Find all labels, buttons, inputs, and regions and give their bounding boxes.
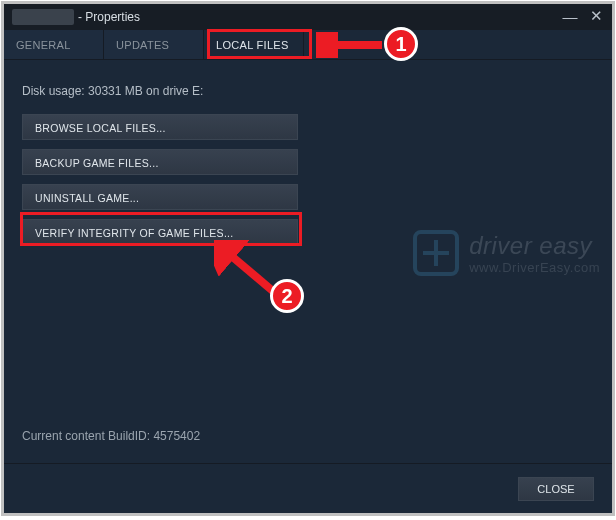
watermark-logo-icon	[413, 230, 459, 276]
watermark-brand: driver easy	[469, 232, 600, 260]
tab-bar: GENERAL UPDATES LOCAL FILES	[4, 30, 612, 60]
close-window-button[interactable]: ✕	[586, 6, 606, 26]
minimize-button[interactable]: —	[560, 6, 580, 26]
watermark: driver easy www.DriverEasy.com	[413, 230, 600, 276]
watermark-url: www.DriverEasy.com	[469, 260, 600, 275]
tab-updates[interactable]: UPDATES	[104, 30, 204, 59]
verify-integrity-button[interactable]: VERIFY INTEGRITY OF GAME FILES...	[22, 219, 298, 245]
uninstall-game-button[interactable]: UNINSTALL GAME...	[22, 184, 298, 210]
build-id-label: Current content BuildID: 4575402	[22, 429, 200, 443]
properties-window: - Properties — ✕ GENERAL UPDATES LOCAL F…	[1, 1, 615, 516]
close-button[interactable]: CLOSE	[518, 477, 594, 501]
window-title: - Properties	[78, 10, 140, 24]
game-name-redacted	[12, 9, 74, 25]
content-area: Disk usage: 30331 MB on drive E: BROWSE …	[4, 60, 612, 463]
backup-game-files-button[interactable]: BACKUP GAME FILES...	[22, 149, 298, 175]
browse-local-files-button[interactable]: BROWSE LOCAL FILES...	[22, 114, 298, 140]
tab-general[interactable]: GENERAL	[4, 30, 104, 59]
disk-usage-label: Disk usage: 30331 MB on drive E:	[22, 84, 594, 98]
footer: CLOSE	[4, 463, 612, 513]
tab-local-files[interactable]: LOCAL FILES	[204, 30, 304, 59]
titlebar: - Properties — ✕	[4, 4, 612, 30]
